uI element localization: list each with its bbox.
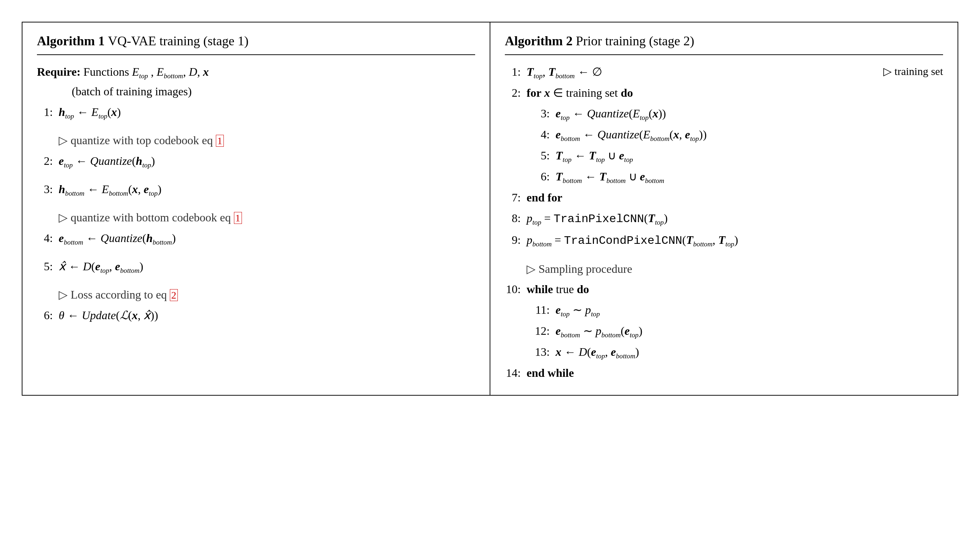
algo1-step3: 3: hbottom ← Ebottom(x, etop) xyxy=(37,180,475,199)
spacing-algo2 xyxy=(505,252,943,260)
algo1-step2: 2: etop ← Quantize(htop) xyxy=(37,151,475,171)
a2-step2-num: 2: xyxy=(505,83,527,102)
step5-content: x̂ ← D(etop, ebottom) xyxy=(59,257,475,276)
require-continuation: (batch of training images) xyxy=(37,82,475,101)
a2-step14-num: 14: xyxy=(505,363,527,383)
algo2-step11: 11: etop ∼ ptop xyxy=(505,300,943,320)
a2-step1-content: Ttop, Tbottom ← ∅ ▷ training set xyxy=(527,62,943,82)
a2-step3-num: 3: xyxy=(534,104,555,123)
algo2-step12: 12: ebottom ∼ pbottom(etop) xyxy=(505,321,943,341)
a2-step1-comment: ▷ training set xyxy=(883,62,943,80)
a2-step6-content: Tbottom ← Tbottom ∪ ebottom xyxy=(555,167,943,187)
a2-step11-content: etop ∼ ptop xyxy=(555,300,943,320)
algo2-step10: 10: while true do xyxy=(505,280,943,299)
spacing5 xyxy=(37,278,475,285)
algo2-step7: 7: end for xyxy=(505,188,943,207)
algo2-step9: 9: pbottom = TrainCondPixelCNN(Tbottom, … xyxy=(505,230,943,251)
step5-num: 5: xyxy=(37,257,59,276)
step4-content: ebottom ← Quantize(hbottom) xyxy=(59,229,475,248)
algo2-step13: 13: x ← D(etop, ebottom) xyxy=(505,343,943,362)
algo2-step8: 8: ptop = TrainPixelCNN(Ttop) xyxy=(505,209,943,229)
e-top-var: Etop xyxy=(132,65,148,78)
a2-step4-content: ebottom ← Quantize(Ebottom(x, etop)) xyxy=(555,125,943,145)
algo2-step4: 4: ebottom ← Quantize(Ebottom(x, etop)) xyxy=(505,125,943,145)
algo1-comment2: ▷ quantize with bottom codebook eq 1 xyxy=(37,208,475,227)
e-bottom-var: Ebottom xyxy=(157,65,183,78)
a2-step5-content: Ttop ← Ttop ∪ etop xyxy=(555,146,943,166)
algo1-step6: 6: θ ← Update(ℒ(x, x̂)) xyxy=(37,306,475,325)
d-var: D xyxy=(189,65,197,78)
algo1-comment3: ▷ Loss according to eq 2 xyxy=(37,285,475,304)
algo2-sampling-comment: ▷ Sampling procedure xyxy=(505,260,943,279)
spacing4 xyxy=(37,250,475,257)
require-keyword: Require: xyxy=(37,65,80,78)
algorithm-2-box: Algorithm 2 Prior training (stage 2) 1: … xyxy=(490,22,958,395)
algo1-step4: 4: ebottom ← Quantize(hbottom) xyxy=(37,229,475,248)
algo2-step1: 1: Ttop, Tbottom ← ∅ ▷ training set xyxy=(505,62,943,82)
step4-num: 4: xyxy=(37,229,59,248)
a2-step13-content: x ← D(etop, ebottom) xyxy=(555,343,943,362)
spacing2 xyxy=(37,172,475,180)
step1-content: htop ← Etop(x) xyxy=(59,102,475,122)
ref2: 2 xyxy=(170,289,178,301)
algorithm-1-box: Algorithm 1 VQ-VAE training (stage 1) Re… xyxy=(22,22,490,395)
a2-step10-content: while true do xyxy=(527,280,943,299)
algo1-require-line: Require: Functions Etop , Ebottom, D, x … xyxy=(37,62,475,101)
a2-step8-content: ptop = TrainPixelCNN(Ttop) xyxy=(527,209,943,229)
step1-num: 1: xyxy=(37,102,59,122)
step3-num: 3: xyxy=(37,180,59,199)
ref1a: 1 xyxy=(216,135,224,147)
a2-step12-num: 12: xyxy=(534,321,555,341)
algo1-title: VQ-VAE training (stage 1) xyxy=(108,34,248,48)
a2-step7-content: end for xyxy=(527,188,943,207)
algo2-step2: 2: for x ∈ training set do xyxy=(505,83,943,102)
step6-content: θ ← Update(ℒ(x, x̂)) xyxy=(59,306,475,325)
algo2-header: Algorithm 2 Prior training (stage 2) xyxy=(505,33,943,55)
a2-step1-num: 1: xyxy=(505,62,527,81)
algo1-step1: 1: htop ← Etop(x) xyxy=(37,102,475,122)
step2-num: 2: xyxy=(37,151,59,171)
a2-step13-num: 13: xyxy=(534,343,555,362)
a2-step7-num: 7: xyxy=(505,188,527,207)
a2-step10-num: 10: xyxy=(505,280,527,299)
ref1b: 1 xyxy=(234,212,242,224)
a2-step14-content: end while xyxy=(527,363,943,383)
algo1-content: Require: Functions Etop , Ebottom, D, x … xyxy=(37,62,475,325)
step2-content: etop ← Quantize(htop) xyxy=(59,151,475,171)
a2-step12-content: ebottom ∼ pbottom(etop) xyxy=(555,321,943,341)
spacing1 xyxy=(37,124,475,131)
algo1-header: Algorithm 1 VQ-VAE training (stage 1) xyxy=(37,33,475,55)
algo1-number: Algorithm 1 xyxy=(37,34,105,48)
a2-step5-num: 5: xyxy=(534,146,555,165)
a2-step3-content: etop ← Quantize(Etop(x)) xyxy=(555,104,943,124)
a2-step8-num: 8: xyxy=(505,209,527,228)
algorithms-container: Algorithm 1 VQ-VAE training (stage 1) Re… xyxy=(22,22,958,395)
a2-step9-num: 9: xyxy=(505,230,527,250)
algo1-step5: 5: x̂ ← D(etop, ebottom) xyxy=(37,257,475,276)
algo2-step5: 5: Ttop ← Ttop ∪ etop xyxy=(505,146,943,166)
step3-content: hbottom ← Ebottom(x, etop) xyxy=(59,180,475,199)
algo2-content: 1: Ttop, Tbottom ← ∅ ▷ training set 2: f… xyxy=(505,62,943,383)
step6-num: 6: xyxy=(37,306,59,325)
algo2-title: Prior training (stage 2) xyxy=(576,34,694,48)
algo2-step14: 14: end while xyxy=(505,363,943,383)
a2-step4-num: 4: xyxy=(534,125,555,144)
a2-step2-content: for x ∈ training set do xyxy=(527,83,943,102)
a2-step11-num: 11: xyxy=(534,300,555,320)
algo2-step6: 6: Tbottom ← Tbottom ∪ ebottom xyxy=(505,167,943,187)
a2-step6-num: 6: xyxy=(534,167,555,186)
spacing3 xyxy=(37,201,475,208)
algo2-step3: 3: etop ← Quantize(Etop(x)) xyxy=(505,104,943,124)
a2-step9-content: pbottom = TrainCondPixelCNN(Tbottom, Tto… xyxy=(527,230,943,251)
algo2-number: Algorithm 2 xyxy=(505,34,573,48)
algo1-comment1: ▷ quantize with top codebook eq 1 xyxy=(37,131,475,150)
x-var: x xyxy=(203,65,209,78)
